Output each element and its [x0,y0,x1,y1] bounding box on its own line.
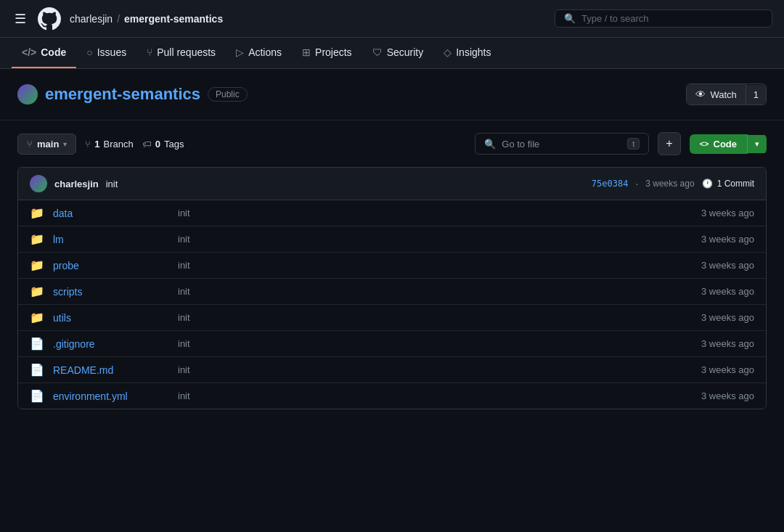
nav-label-code: Code [41,46,66,58]
go-to-file-search-icon: 🔍 [484,139,496,150]
file-name[interactable]: scripts [53,286,169,298]
branch-selector[interactable]: ⑂ main ▾ [17,134,76,155]
nav-item-insights[interactable]: ◇ Insights [433,38,501,68]
toolbar: ⑂ main ▾ ⑂ 1 Branch 🏷 0 Tags 🔍 Go to fil… [0,120,784,167]
pull-requests-nav-icon: ⑂ [147,46,152,58]
file-name[interactable]: data [53,208,169,219]
breadcrumb-separator: / [117,13,120,25]
breadcrumb-owner[interactable]: charlesjin [70,13,113,25]
file-time: 3 weeks ago [682,364,754,375]
file-rows-container: 📁datainit3 weeks ago📁lminit3 weeks ago📁p… [18,200,766,409]
file-time: 3 weeks ago [682,312,754,323]
code-button[interactable]: <> Code ▾ [690,134,767,154]
repo-title-area: emergent-semantics Public [17,84,248,105]
file-name[interactable]: probe [53,260,169,271]
github-logo [38,7,61,30]
file-commit-message: init [178,338,673,349]
search-placeholder: Type / to search [581,13,649,24]
nav-item-code[interactable]: </> Code [12,38,76,68]
breadcrumb-repo[interactable]: emergent-semantics [124,13,223,25]
commit-time: 3 weeks ago [645,179,694,189]
file-row: 📄README.mdinit3 weeks ago [18,357,766,383]
global-search[interactable]: 🔍 Type / to search [555,9,772,28]
file-time: 3 weeks ago [682,286,754,297]
file-time: 3 weeks ago [682,390,754,401]
branch-icon: ⑂ [27,139,33,150]
file-time: 3 weeks ago [682,260,754,271]
file-name[interactable]: environment.yml [53,390,169,402]
breadcrumb: charlesjin / emergent-semantics [70,13,223,25]
file-time: 3 weeks ago [682,234,754,245]
file-name[interactable]: .gitignore [53,338,169,350]
nav-item-projects[interactable]: ⊞ Projects [292,38,362,68]
branch-name: main [37,139,59,150]
file-name[interactable]: README.md [53,364,169,376]
file-time: 3 weeks ago [682,208,754,218]
file-name[interactable]: utils [53,312,169,324]
tag-label: Tags [164,139,184,150]
file-time: 3 weeks ago [682,338,754,349]
nav-item-security[interactable]: 🛡 Security [362,38,434,68]
branch-count: 1 [94,139,99,150]
file-table: charlesjin init 75e0384 · 3 weeks ago 🕐 … [17,167,767,409]
commit-hash[interactable]: 75e0384 [592,179,629,189]
nav-label-insights: Insights [456,46,491,58]
file-row: 📁datainit3 weeks ago [18,200,766,226]
actions-nav-icon: ▷ [236,46,244,58]
code-dropdown-chevron-icon: ▾ [755,139,759,148]
file-commit-message: init [178,364,673,375]
commit-author-name[interactable]: charlesjin [54,179,99,189]
tag-count: 0 [155,139,160,150]
code-button-main[interactable]: <> Code [690,134,748,154]
nav-label-actions: Actions [248,46,282,58]
file-commit-message: init [178,390,673,401]
watch-button-main[interactable]: 👁 Watch [687,84,746,105]
folder-icon: 📁 [30,285,44,298]
code-nav-icon: </> [22,46,36,58]
watch-count[interactable]: 1 [746,85,766,105]
nav-item-issues[interactable]: ○ Issues [76,38,136,68]
file-commit-message: init [178,234,673,245]
folder-icon: 📁 [30,311,44,324]
go-to-file-search[interactable]: 🔍 Go to file t [475,133,649,155]
commit-count-button[interactable]: 🕐 1 Commit [702,179,754,189]
branch-count-link[interactable]: ⑂ 1 Branch [85,139,133,150]
folder-icon: 📁 [30,232,44,246]
code-button-dropdown[interactable]: ▾ [748,135,767,153]
file-commit-message: init [178,260,673,271]
nav-item-pull-requests[interactable]: ⑂ Pull requests [136,38,226,68]
folder-icon: 📁 [30,258,44,272]
commit-message: init [106,179,118,189]
hamburger-menu-icon[interactable]: ☰ [12,8,29,30]
go-to-file-placeholder: Go to file [502,139,539,150]
nav-label-projects: Projects [315,46,352,58]
commit-dot-separator: · [635,178,638,189]
branch-label: Branch [104,139,134,150]
add-file-button[interactable]: + [658,132,680,155]
nav-label-issues: Issues [97,46,126,58]
visibility-badge: Public [208,87,248,102]
file-commit-message: init [178,312,673,323]
file-name[interactable]: lm [53,234,169,245]
file-row: 📁probeinit3 weeks ago [18,253,766,279]
nav-item-actions[interactable]: ▷ Actions [226,38,292,68]
file-commit-message: init [178,286,673,297]
nav-label-pull-requests: Pull requests [157,46,216,58]
file-row: 📁utilsinit3 weeks ago [18,305,766,331]
tag-count-link[interactable]: 🏷 0 Tags [142,139,184,150]
code-label: Code [714,139,738,150]
folder-icon: 📁 [30,206,44,220]
code-icon: <> [700,139,709,148]
issues-nav-icon: ○ [86,46,92,58]
repo-header: emergent-semantics Public 👁 Watch 1 [0,69,784,120]
watch-button[interactable]: 👁 Watch 1 [686,83,767,105]
repo-name[interactable]: emergent-semantics [45,85,200,104]
top-nav: ☰ charlesjin / emergent-semantics 🔍 Type… [0,0,784,38]
file-row: 📄.gitignoreinit3 weeks ago [18,331,766,357]
file-row: 📁lminit3 weeks ago [18,226,766,253]
add-file-icon: + [666,137,672,150]
insights-nav-icon: ◇ [444,46,452,58]
search-icon: 🔍 [564,13,576,24]
commit-row: charlesjin init 75e0384 · 3 weeks ago 🕐 … [18,168,766,200]
history-icon: 🕐 [702,179,713,189]
